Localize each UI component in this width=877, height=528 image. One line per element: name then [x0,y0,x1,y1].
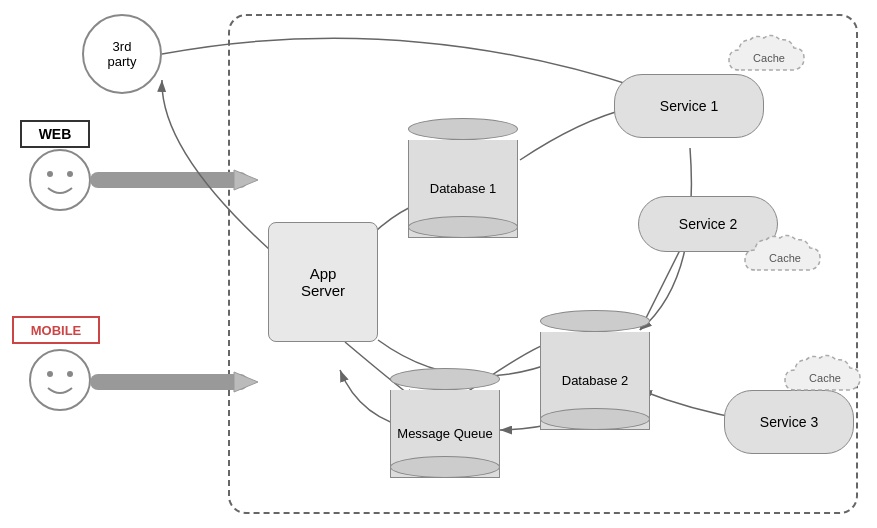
svg-text:Cache: Cache [769,252,801,264]
diagram-container: 3rdparty WEB MOBILE AppServer Database 1 [0,0,877,528]
database-1: Database 1 [408,118,518,238]
mq-top [390,368,500,390]
svg-point-4 [30,150,90,210]
svg-text:Cache: Cache [753,52,785,64]
app-server-label: AppServer [301,265,345,299]
cache-2-cloud: Cache [740,230,830,284]
mobile-user-icon [28,348,92,412]
svg-point-6 [67,171,73,177]
web-user-icon [28,148,92,212]
message-queue: Message Queue [390,368,500,478]
third-party-actor: 3rdparty [82,14,162,94]
third-party-label: 3rdparty [108,39,137,69]
svg-point-9 [67,371,73,377]
database-2: Database 2 [540,310,650,430]
db2-bottom [540,408,650,430]
db2-top [540,310,650,332]
svg-point-8 [47,371,53,377]
mq-bottom [390,456,500,478]
app-server: AppServer [268,222,378,342]
mobile-label: MOBILE [12,316,100,344]
web-label: WEB [20,120,90,148]
db1-bottom [408,216,518,238]
svg-point-7 [30,350,90,410]
svg-text:Cache: Cache [809,372,841,384]
svg-point-5 [47,171,53,177]
cache-3-cloud: Cache [780,350,870,404]
db1-top [408,118,518,140]
cache-1-cloud: Cache [724,30,814,84]
